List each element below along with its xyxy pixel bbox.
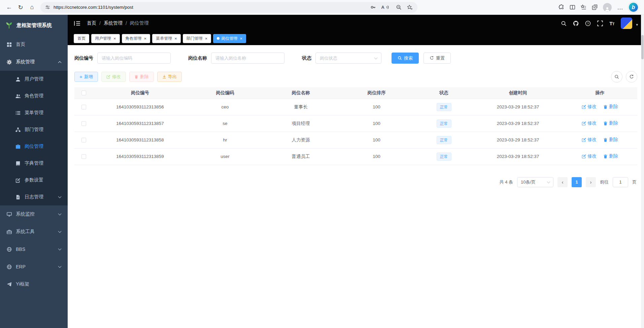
- status-select[interactable]: 岗位状态: [315, 53, 381, 64]
- extensions-icon[interactable]: [558, 4, 564, 10]
- row-checkbox[interactable]: [81, 121, 86, 126]
- scrollbar-track[interactable]: [641, 15, 644, 328]
- scrollbar-thumb[interactable]: [641, 35, 644, 59]
- back-button[interactable]: ←: [3, 2, 15, 13]
- page-size-select[interactable]: 10条/页: [517, 177, 553, 187]
- close-icon[interactable]: ×: [240, 36, 242, 41]
- post-code-input[interactable]: [97, 53, 171, 64]
- tab-roles[interactable]: 角色管理 ×: [122, 34, 150, 43]
- reset-button[interactable]: 重置: [423, 53, 451, 64]
- browser-menu-icon[interactable]: …: [617, 6, 623, 9]
- collapse-sidebar-button[interactable]: [74, 21, 81, 26]
- url-text[interactable]: https://ccnetcore.com:1101/system/post: [54, 5, 367, 10]
- row-checkbox[interactable]: [81, 105, 86, 109]
- tab-label: 部门管理: [187, 36, 203, 41]
- sidebar-item-menus[interactable]: 菜单管理: [0, 104, 68, 121]
- tab-posts[interactable]: 岗位管理 ×: [213, 34, 246, 43]
- total-count: 共 4 条: [500, 179, 513, 185]
- search-icon[interactable]: [561, 21, 567, 26]
- next-page-button[interactable]: ›: [586, 177, 596, 187]
- site-info-icon[interactable]: [45, 5, 50, 10]
- send-icon: [7, 282, 12, 287]
- sidebar: 意框架管理系统 首页 系统管理 用户管理: [0, 15, 68, 328]
- password-key-icon[interactable]: [370, 4, 376, 10]
- zoom-out-icon[interactable]: [396, 4, 402, 10]
- select-all-checkbox[interactable]: [81, 91, 86, 95]
- browser-profile-avatar[interactable]: [603, 3, 612, 12]
- refresh-button[interactable]: ↻: [15, 2, 26, 13]
- bing-chat-icon[interactable]: b: [629, 3, 638, 12]
- sidebar-item-erp[interactable]: ERP: [0, 258, 68, 275]
- page-1-button[interactable]: 1: [572, 177, 582, 187]
- row-edit-link[interactable]: 修改: [582, 104, 597, 110]
- row-checkbox[interactable]: [81, 138, 86, 142]
- tab-menus[interactable]: 菜单管理 ×: [152, 34, 181, 43]
- favorites-bar-icon[interactable]: [581, 4, 586, 10]
- prev-page-button[interactable]: ‹: [557, 177, 568, 187]
- search-button[interactable]: 搜索: [392, 53, 419, 64]
- address-bar[interactable]: https://ccnetcore.com:1101/system/post A: [40, 2, 417, 13]
- toggle-search-button[interactable]: [611, 71, 622, 83]
- sidebar-item-tools[interactable]: 系统工具: [0, 223, 68, 240]
- row-delete-link[interactable]: 删除: [603, 104, 618, 110]
- row-delete-link[interactable]: 删除: [603, 137, 618, 143]
- sidebar-item-dictionary[interactable]: 字典管理: [0, 155, 68, 172]
- sidebar-item-home[interactable]: 首页: [0, 36, 68, 53]
- status-badge: 正常: [437, 153, 451, 161]
- sidebar-item-label: 系统监控: [16, 211, 35, 217]
- breadcrumb-home[interactable]: 首页: [87, 20, 96, 26]
- sidebar-item-yiframework[interactable]: Yi框架: [0, 275, 68, 293]
- app-title: 意框架管理系统: [16, 22, 52, 29]
- home-button[interactable]: ⌂: [26, 2, 38, 13]
- add-button[interactable]: + 新增: [74, 72, 98, 82]
- close-icon[interactable]: ×: [205, 36, 208, 41]
- delete-button[interactable]: 删除: [129, 72, 154, 82]
- read-aloud-icon[interactable]: A: [381, 4, 391, 10]
- cell-post-sort: 100: [339, 115, 414, 132]
- sidebar-item-monitoring[interactable]: 系统监控: [0, 205, 68, 223]
- chevron-down-icon: [58, 265, 62, 268]
- cell-created-time: 2023-03-29 18:52:37: [473, 99, 563, 115]
- tab-departments[interactable]: 部门管理 ×: [183, 34, 211, 43]
- sidebar-item-logs[interactable]: 日志管理: [0, 189, 68, 205]
- refresh-icon: [430, 56, 434, 60]
- sidebar-item-posts[interactable]: 岗位管理: [0, 138, 68, 155]
- collections-icon[interactable]: [592, 4, 598, 10]
- post-name-input[interactable]: [211, 53, 284, 64]
- row-edit-link[interactable]: 修改: [582, 137, 597, 143]
- row-edit-link[interactable]: 修改: [582, 120, 597, 126]
- goto-page-input[interactable]: [613, 177, 628, 187]
- close-icon[interactable]: ×: [113, 36, 116, 41]
- user-avatar[interactable]: [621, 18, 632, 29]
- tab-home[interactable]: 首页: [74, 34, 89, 43]
- row-delete-link[interactable]: 删除: [603, 153, 618, 159]
- avatar-caret-icon[interactable]: ▾: [636, 23, 638, 27]
- sidebar-item-parameters[interactable]: 参数设置: [0, 172, 68, 189]
- breadcrumb-system[interactable]: 系统管理: [104, 20, 123, 26]
- refresh-table-button[interactable]: [626, 71, 637, 83]
- row-checkbox[interactable]: [81, 154, 86, 159]
- cell-post-id: 1641030593112313858: [93, 132, 187, 148]
- text-size-icon[interactable]: T T: [609, 21, 614, 26]
- fullscreen-icon[interactable]: [597, 21, 603, 26]
- sidebar-item-users[interactable]: 用户管理: [0, 71, 68, 88]
- close-icon[interactable]: ×: [144, 36, 147, 41]
- sidebar-item-label: 菜单管理: [25, 110, 43, 116]
- close-icon[interactable]: ×: [174, 36, 177, 41]
- row-edit-link[interactable]: 修改: [582, 153, 597, 159]
- edit-icon: [582, 105, 586, 109]
- help-icon[interactable]: ?: [585, 21, 591, 26]
- sidebar-item-departments[interactable]: 部门管理: [0, 121, 68, 138]
- table-row: 1641030593112313856 ceo 董事长 100 正常 2023-…: [74, 99, 637, 115]
- tab-users[interactable]: 用户管理 ×: [91, 34, 120, 43]
- sidebar-item-roles[interactable]: 角色管理: [0, 88, 68, 104]
- sidebar-item-bbs[interactable]: BBS: [0, 240, 68, 258]
- edit-button[interactable]: 修改: [101, 72, 126, 82]
- github-icon[interactable]: [573, 21, 579, 26]
- export-button[interactable]: 导出: [157, 72, 182, 82]
- split-screen-icon[interactable]: [570, 4, 575, 10]
- row-delete-link[interactable]: 删除: [603, 120, 618, 126]
- sidebar-item-system[interactable]: 系统管理: [0, 53, 68, 71]
- column-header: 创建时间: [473, 87, 563, 99]
- add-favorite-icon[interactable]: [407, 4, 413, 10]
